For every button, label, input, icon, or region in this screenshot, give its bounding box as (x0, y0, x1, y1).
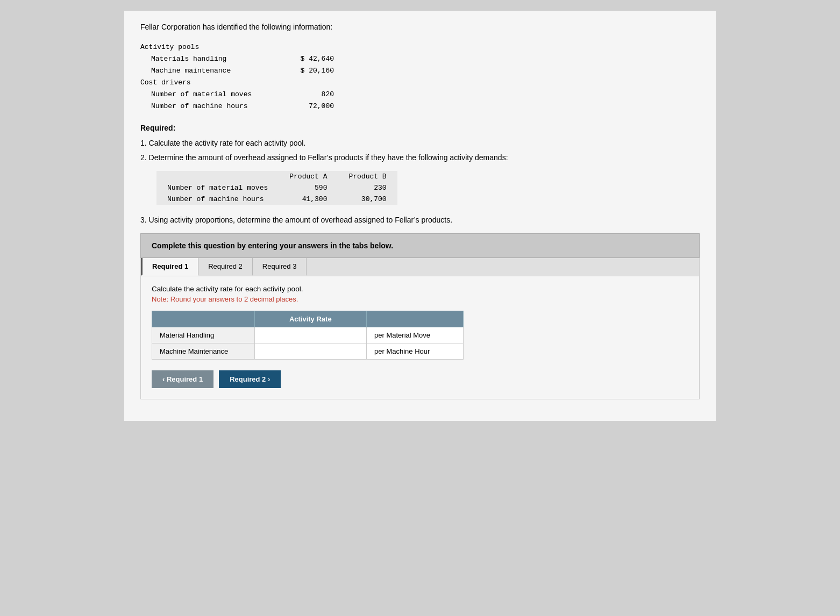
instruction-2: 2. Determine the amount of overhead assi… (140, 151, 700, 164)
demand-row1-a: 590 (279, 182, 338, 194)
material-handling-rate-input[interactable] (262, 331, 359, 339)
activity-rate-header-empty (152, 311, 255, 327)
material-handling-row-label: Material Handling (152, 327, 255, 343)
required-label: Required: (140, 124, 700, 132)
table-row: Material Handling per Material Move (152, 327, 464, 343)
instructions: 1. Calculate the activity rate for each … (140, 137, 700, 164)
tabs-row: Required 1 Required 2 Required 3 (141, 258, 699, 276)
cost-drivers-label: Cost drivers (140, 77, 700, 89)
product-b-header: Product B (338, 171, 397, 182)
machine-maintenance-value: $ 20,160 (301, 65, 334, 77)
question-banner: Complete this question by entering your … (140, 233, 700, 258)
tab-required-3[interactable]: Required 3 (253, 258, 307, 276)
machine-maintenance-row-label: Machine Maintenance (152, 343, 255, 360)
demand-table: Product A Product B Number of material m… (156, 171, 397, 205)
table-row: Number of material moves 590 230 (156, 182, 397, 194)
materials-handling-value: $ 42,640 (301, 53, 334, 65)
machine-maintenance-input-cell[interactable] (254, 343, 367, 360)
machine-maintenance-rate-input[interactable] (262, 347, 359, 355)
machine-hours-value: 72,000 (309, 101, 334, 112)
next-button[interactable]: Required 2 › (219, 370, 281, 388)
machine-maintenance-unit: per Machine Hour (367, 343, 464, 360)
machine-hours-label: Number of machine hours (151, 101, 247, 112)
activity-pools-label: Activity pools (140, 41, 700, 53)
activity-rate-header-unit (367, 311, 464, 327)
product-a-header: Product A (279, 171, 338, 182)
table-row: Machine Maintenance per Machine Hour (152, 343, 464, 360)
tabs-container: Required 1 Required 2 Required 3 Calcula… (140, 258, 700, 399)
instruction-3: 3. Using activity proportions, determine… (140, 213, 700, 227)
demand-row2-label: Number of machine hours (156, 194, 279, 205)
tab1-note: Note: Round your answers to 2 decimal pl… (152, 295, 688, 303)
activity-info: Activity pools Materials handling $ 42,6… (140, 41, 700, 113)
material-handling-unit: per Material Move (367, 327, 464, 343)
tab-required-2[interactable]: Required 2 (198, 258, 253, 276)
intro-text: Fellar Corporation has identified the fo… (140, 22, 700, 33)
materials-handling-label: Materials handling (151, 53, 226, 65)
tab1-instruction: Calculate the activity rate for each act… (152, 285, 688, 293)
table-row: Number of machine hours 41,300 30,700 (156, 194, 397, 205)
tab-required-1[interactable]: Required 1 (141, 258, 198, 276)
activity-rate-header: Activity Rate (254, 311, 367, 327)
tab1-content: Calculate the activity rate for each act… (141, 276, 699, 399)
instruction-1: 1. Calculate the activity rate for each … (140, 137, 700, 150)
material-moves-label: Number of material moves (151, 89, 252, 101)
demand-row2-b: 30,700 (338, 194, 397, 205)
demand-row1-b: 230 (338, 182, 397, 194)
activity-rate-table: Activity Rate Material Handling per Mate… (152, 311, 464, 360)
demand-row2-a: 41,300 (279, 194, 338, 205)
demand-row1-label: Number of material moves (156, 182, 279, 194)
prev-button[interactable]: ‹ Required 1 (152, 370, 213, 388)
machine-maintenance-label: Machine maintenance (151, 65, 231, 77)
nav-buttons: ‹ Required 1 Required 2 › (152, 370, 688, 388)
material-moves-value: 820 (322, 89, 334, 101)
material-handling-input-cell[interactable] (254, 327, 367, 343)
